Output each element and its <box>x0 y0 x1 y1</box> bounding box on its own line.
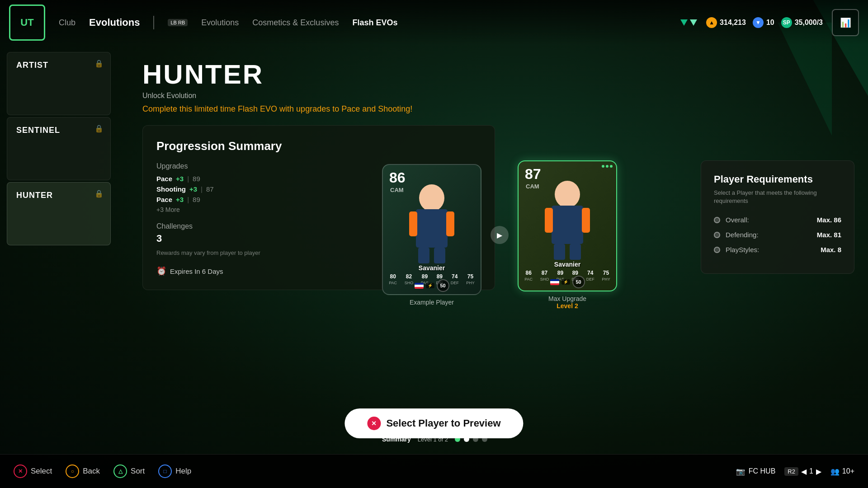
sidebar-item-sentinel[interactable]: SENTINEL 🔒 <box>7 117 111 180</box>
cards-area: 86 CAM <box>382 160 617 310</box>
currency-sp: SP 35,000/3 <box>781 17 823 28</box>
svg-rect-7 <box>552 206 583 244</box>
example-card-footer: ⚡ 50 <box>383 279 481 292</box>
r2-nav: R2 ◀ 1 ▶ <box>784 467 821 476</box>
square-button: □ <box>158 465 172 478</box>
action-back[interactable]: ○ Back <box>66 465 100 478</box>
nav-evolutions-sub[interactable]: Evolutions <box>201 16 239 30</box>
header-right: ▲ 314,213 ▼ 10 SP 35,000/3 📊 <box>680 9 859 36</box>
currency-blue: ▼ 10 <box>753 17 774 28</box>
next-card-arrow[interactable]: ▶ <box>491 226 509 244</box>
nav-evolutions[interactable]: Evolutions <box>89 14 140 31</box>
requirements-subtitle: Select a Player that meets the following… <box>714 189 841 205</box>
requirements-panel: Player Requirements Select a Player that… <box>701 160 854 274</box>
sidebar-item-hunter[interactable]: HUNTER 🔒 <box>7 182 111 245</box>
action-select-label: Select <box>31 467 52 476</box>
action-help-label: Help <box>175 467 191 476</box>
req-playstyles-label: PlayStyles: <box>726 246 815 253</box>
svg-rect-8 <box>554 244 565 260</box>
req-playstyles: PlayStyles: Max. 8 <box>714 246 841 253</box>
req-defending-value: Max. 81 <box>817 231 841 239</box>
blue-icon: ▼ <box>753 17 764 28</box>
nav-flash-evos[interactable]: Flash EVOs <box>352 16 397 30</box>
req-playstyles-value: Max. 8 <box>821 246 841 253</box>
max-player-name: Savanier <box>554 261 580 268</box>
r2-badge: R2 <box>784 467 798 476</box>
upgrade-stat-1: Shooting <box>156 185 186 193</box>
action-sort-label: Sort <box>131 467 145 476</box>
svg-rect-5 <box>446 211 454 236</box>
select-player-button[interactable]: ✕ Select Player to Preview <box>344 408 523 438</box>
req-overall: Overall: Max. 86 <box>714 216 841 224</box>
fc-hub[interactable]: 📷 FC HUB <box>736 467 776 476</box>
req-dot-defending <box>714 232 720 238</box>
sidebar-item-hunter-lock: 🔒 <box>94 189 104 198</box>
max-club-badge: ⚡ <box>561 279 570 285</box>
req-defending: Defending: Max. 81 <box>714 231 841 239</box>
left-arrow: ◀ <box>801 467 807 476</box>
gold-icon: ▲ <box>706 17 717 28</box>
action-help[interactable]: □ Help <box>158 465 191 478</box>
green-tri-icons <box>680 19 697 26</box>
page-title: HUNTER <box>142 61 854 88</box>
action-back-label: Back <box>83 467 100 476</box>
ut-logo[interactable]: UT <box>9 5 45 41</box>
sidebar-item-sentinel-lock: 🔒 <box>94 124 104 133</box>
blue-value: 10 <box>766 19 774 27</box>
svg-rect-2 <box>418 248 429 263</box>
players-count-value: 10+ <box>842 467 854 475</box>
max-card-footer: ⚡ 50 <box>519 276 616 288</box>
sidebar-item-artist-label: ARTIST <box>16 61 101 70</box>
upgrade-stat-0: Pace <box>156 175 172 183</box>
svg-rect-11 <box>582 208 590 233</box>
upgrade-target-0: 89 <box>193 175 200 183</box>
select-player-label: Select Player to Preview <box>386 418 500 429</box>
req-defending-label: Defending: <box>726 231 811 239</box>
example-club-badge: ⚡ <box>426 283 434 288</box>
upgrade-val-0: +3 <box>176 175 184 183</box>
example-flag <box>415 283 424 289</box>
stats-button[interactable]: 📊 <box>832 9 859 36</box>
right-arrow: ▶ <box>816 467 821 476</box>
nav-club[interactable]: Club <box>59 16 75 30</box>
tri-icon-1 <box>680 19 688 26</box>
player-number: 1 <box>809 467 813 475</box>
max-player-card: 87 CAM Savanier <box>518 160 617 291</box>
action-select[interactable]: ✕ Select <box>14 465 52 478</box>
nav-cosmetics[interactable]: Cosmetics & Exclusives <box>252 16 339 30</box>
max-flag <box>550 279 559 285</box>
action-sort[interactable]: △ Sort <box>113 465 145 478</box>
bottom-actions: ✕ Select ○ Back △ Sort □ Help <box>14 465 191 478</box>
svg-rect-10 <box>545 208 553 233</box>
max-level-badge: 50 <box>572 276 585 288</box>
sidebar-item-artist[interactable]: ARTIST 🔒 <box>7 52 111 115</box>
example-player-image <box>383 165 481 276</box>
cross-button: ✕ <box>14 465 27 478</box>
req-overall-value: Max. 86 <box>817 216 841 224</box>
sidebar-item-artist-lock: 🔒 <box>94 59 104 68</box>
currency-group: ▲ 314,213 ▼ 10 SP 35,000/3 <box>706 17 823 28</box>
example-player-card: 86 CAM <box>382 164 481 295</box>
sidebar-item-hunter-label: HUNTER <box>16 191 101 200</box>
players-count: 👥 10+ <box>830 467 854 476</box>
svg-point-6 <box>555 181 580 208</box>
upgrade-val-1: +3 <box>189 185 197 193</box>
max-player-wrap: 87 CAM Savanier <box>518 160 617 310</box>
upgrade-val-2: +3 <box>176 196 184 203</box>
svg-rect-1 <box>416 209 448 248</box>
circle-button: ○ <box>66 465 79 478</box>
triangle-button: △ <box>113 465 127 478</box>
main-nav: Club Evolutions LB RB Evolutions Cosmeti… <box>59 14 397 31</box>
camera-icon: 📷 <box>736 467 745 476</box>
example-level-badge: 50 <box>437 279 449 292</box>
requirements-title: Player Requirements <box>714 174 841 185</box>
x-button-icon: ✕ <box>367 417 381 430</box>
clock-icon: ⏰ <box>156 266 166 276</box>
currency-gold: ▲ 314,213 <box>706 17 746 28</box>
req-dot-overall <box>714 217 720 223</box>
sp-icon: SP <box>781 17 792 28</box>
people-icon: 👥 <box>830 467 840 476</box>
upgrade-stat-2: Pace <box>156 196 172 203</box>
sidebar-item-sentinel-label: SENTINEL <box>16 126 101 135</box>
svg-rect-4 <box>409 211 417 236</box>
